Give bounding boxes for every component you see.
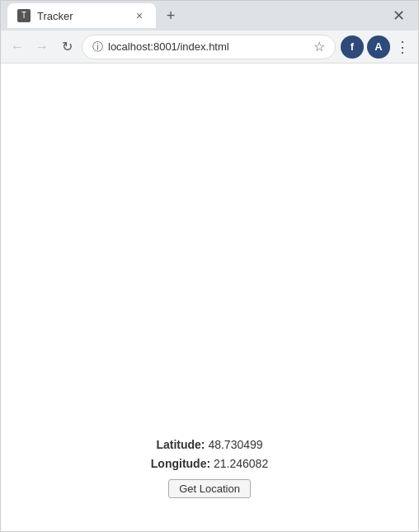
url-info-icon: ⓘ [92, 40, 103, 54]
new-tab-button[interactable]: + [159, 4, 182, 27]
profile-icon[interactable]: A [367, 35, 390, 59]
refresh-button[interactable]: ↻ [57, 37, 77, 57]
browser-tab[interactable]: T Tracker × [7, 3, 156, 28]
title-bar: T Tracker × + ✕ [1, 1, 418, 31]
latitude-value: 48.730499 [208, 438, 262, 451]
longitude-line: Longitude: 21.246082 [151, 454, 268, 473]
tab-close-button[interactable]: × [133, 9, 146, 22]
browser-menu-button[interactable]: ⋮ [393, 36, 412, 58]
window-close-button[interactable]: ✕ [386, 3, 412, 28]
page-content: Latitude: 48.730499 Longitude: 21.246082… [1, 64, 418, 531]
longitude-label: Longitude: [151, 457, 210, 470]
tab-favicon: T [17, 9, 31, 22]
bookmark-star-icon[interactable]: ☆ [313, 39, 325, 54]
longitude-value: 21.246082 [214, 457, 268, 470]
forward-button[interactable]: → [32, 37, 52, 57]
url-text: localhost:8001/index.html [108, 40, 308, 53]
latitude-label: Latitude: [156, 438, 205, 451]
url-bar[interactable]: ⓘ localhost:8001/index.html ☆ [82, 35, 336, 59]
latitude-line: Latitude: 48.730499 [151, 435, 268, 454]
browser-window: T Tracker × + ✕ ← → ↻ ⓘ localhost:8001/i… [0, 0, 419, 532]
address-bar: ← → ↻ ⓘ localhost:8001/index.html ☆ f A … [1, 31, 418, 64]
location-info: Latitude: 48.730499 Longitude: 21.246082 [151, 435, 268, 473]
fedora-icon[interactable]: f [341, 35, 364, 59]
back-button[interactable]: ← [7, 37, 27, 57]
tab-title: Tracker [37, 10, 73, 22]
get-location-button[interactable]: Get Location [168, 479, 251, 498]
browser-action-icons: f A ⋮ [341, 35, 412, 59]
